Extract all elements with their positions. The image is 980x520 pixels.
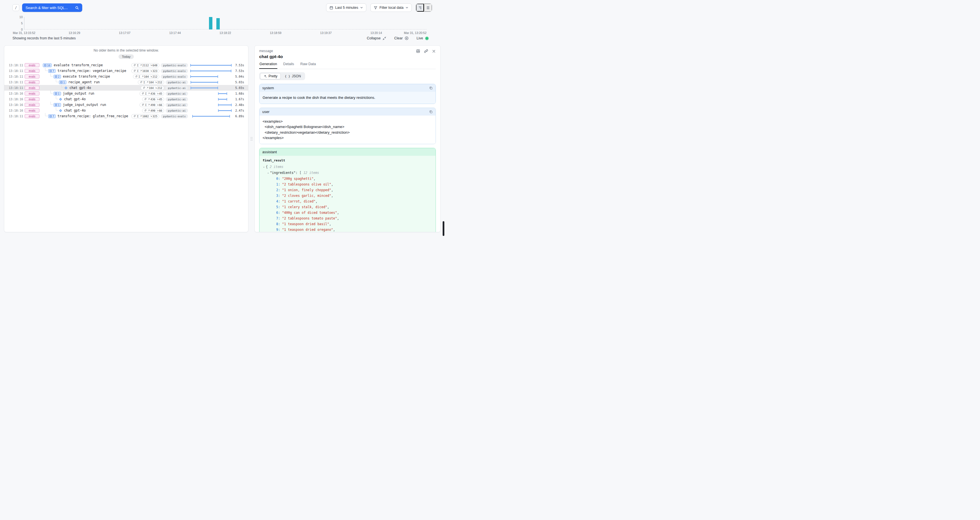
token-usage-chip[interactable]: Σ 436 45 [140,92,164,96]
duration-bar[interactable] [192,116,230,117]
package-chip[interactable]: pydantic-evals [161,114,188,118]
trace-row[interactable]: 13:18:16 evals chat gpt-4o 436 45 [4,96,248,102]
evals-tag-badge[interactable]: evals [25,103,40,107]
duration-bar[interactable] [218,99,227,100]
collapse-children-toggle[interactable]: 2 [54,75,61,78]
copy-user-button[interactable] [429,110,433,114]
copy-system-button[interactable] [429,86,433,90]
sql-search-button[interactable]: Search & filter with SQL... [22,3,82,12]
live-label: Live [417,36,423,40]
trace-row[interactable]: 13:18:16 evals 1 judge_input_output run … [4,102,248,108]
token-usage-chip[interactable]: Σ 104 212 [138,80,164,84]
token-usage-chip[interactable]: Σ 104 212 [133,75,159,79]
clear-circle-x-icon [405,36,409,40]
live-toggle[interactable]: Live [417,36,429,40]
tree-connector [51,90,53,94]
expand-caret-icon[interactable]: ▾ [263,166,264,168]
duration-bar[interactable] [190,71,231,71]
collapse-all-button[interactable]: Collapse [367,36,387,40]
panel-resize-handle[interactable] [251,137,252,141]
token-usage-chip[interactable]: Σ 2112 648 [131,63,159,67]
package-chip[interactable]: pydantic-evals [161,75,188,79]
token-usage-chip[interactable]: 490 66 [142,108,164,113]
json-format-button[interactable]: { } JSON [281,73,304,79]
trace-row[interactable]: 13:18:11 evals 16 evaluate transform_rec… [4,62,248,68]
time-range-dropdown[interactable]: Last 5 minutes [326,3,366,12]
token-usage-chip[interactable]: Σ 1082 325 [131,114,159,118]
duration-bar[interactable] [218,105,232,105]
collapse-children-toggle[interactable]: 1 [54,92,61,95]
copy-link-button[interactable] [424,49,428,53]
span-tree-cell: 1 judge_output run [43,90,94,96]
histogram-bar[interactable] [216,18,220,29]
evals-tag-badge[interactable]: evals [25,69,40,73]
package-chip[interactable]: pydantic-ai [165,103,188,107]
list-view-button[interactable] [424,4,432,12]
duration-bar-track [190,113,232,119]
evals-tag-badge[interactable]: evals [25,92,40,95]
trace-row[interactable]: 13:18:11 evals 7 transform_recipe: glute… [4,113,248,119]
package-chip[interactable]: pydantic-ai [165,80,188,84]
token-usage-chip[interactable]: Σ 490 66 [140,103,164,107]
duration-bar[interactable] [190,76,218,77]
package-chip[interactable]: pydantic-ai [165,86,188,90]
date-pill[interactable]: Today [119,54,134,59]
tree-view-button[interactable] [416,4,424,12]
clear-button[interactable]: Clear [394,36,409,40]
package-chip[interactable]: pydantic-ai [165,92,188,96]
evals-tag-badge[interactable]: evals [25,75,40,78]
arrow-up-right-icon [148,104,150,106]
duration-bar[interactable] [191,82,218,83]
evals-tag-badge[interactable]: evals [25,80,40,84]
trace-row[interactable]: 13:18:16 evals 1 judge_output run Σ 436 [4,90,248,96]
histogram-bar[interactable] [209,17,212,29]
duration-bar[interactable] [218,110,232,111]
system-message-card: system Generate a recipe to cook the dis… [259,84,436,104]
tree-connector [51,73,53,76]
token-usage-chip[interactable]: 436 45 [142,97,164,101]
slash-shortcut-button[interactable]: / [13,4,19,11]
close-panel-button[interactable] [432,49,436,53]
trace-row[interactable]: 13:18:11 evals chat gpt-4o 104 212 [4,85,248,90]
dock-panel-button[interactable] [416,49,420,53]
collapse-children-toggle[interactable]: 7 [48,114,56,118]
trace-row[interactable]: 13:18:16 evals chat gpt-4o 490 66 [4,108,248,113]
package-chip[interactable]: pydantic-evals [161,63,188,67]
duration-bar[interactable] [191,87,218,88]
tab-details[interactable]: Details [283,62,294,69]
tab-generation[interactable]: Generation [259,62,277,69]
collapse-children-toggle[interactable]: 7 [48,69,56,73]
scrollbar-thumb[interactable] [443,221,444,236]
trace-row[interactable]: 13:18:11 evals 1 recipe_agent run Σ 104 [4,79,248,85]
expand-caret-icon[interactable]: ▾ [267,172,269,174]
evals-tag-badge[interactable]: evals [25,86,40,90]
trace-row[interactable]: 13:18:11 evals 7 transform_recipe: veget… [4,68,248,74]
input-tokens: 104 [146,81,154,84]
evals-tag-badge[interactable]: evals [25,108,40,113]
duration-bar[interactable] [218,93,228,94]
minus-box-icon [55,76,57,78]
assistant-role-label: assistant [262,150,277,154]
x-axis-tick: 13:18:22 [220,31,231,35]
collapse-children-toggle[interactable]: 1 [54,103,61,107]
collapse-children-toggle[interactable]: 1 [59,81,66,84]
token-usage-chip[interactable]: Σ 1030 323 [131,69,159,73]
pretty-format-button[interactable]: Pretty [260,73,281,79]
package-chip[interactable]: pydantic-ai [165,108,188,113]
package-chip[interactable]: pydantic-evals [161,69,188,73]
evals-tag-badge[interactable]: evals [25,63,40,67]
evals-tag-badge[interactable]: evals [25,97,40,101]
y-axis-tick: 5 [21,22,23,25]
trace-row[interactable]: 13:18:11 evals 2 execute transform_recip… [4,74,248,79]
filter-label: Filter local data [379,6,404,10]
evals-tag-badge[interactable]: evals [25,114,40,118]
trace-list-panel: No older items in the selected time wind… [4,45,248,232]
collapse-children-toggle[interactable]: 16 [43,63,52,67]
duration-bar[interactable] [190,65,232,66]
token-usage-chip[interactable]: 104 212 [141,86,164,90]
package-chip[interactable]: pydantic-ai [165,97,188,101]
arrow-up-right-icon [140,70,142,72]
arrow-down-right-icon [156,109,159,112]
filter-local-data-dropdown[interactable]: Filter local data [370,3,412,12]
tab-raw-data[interactable]: Raw Data [300,62,316,69]
